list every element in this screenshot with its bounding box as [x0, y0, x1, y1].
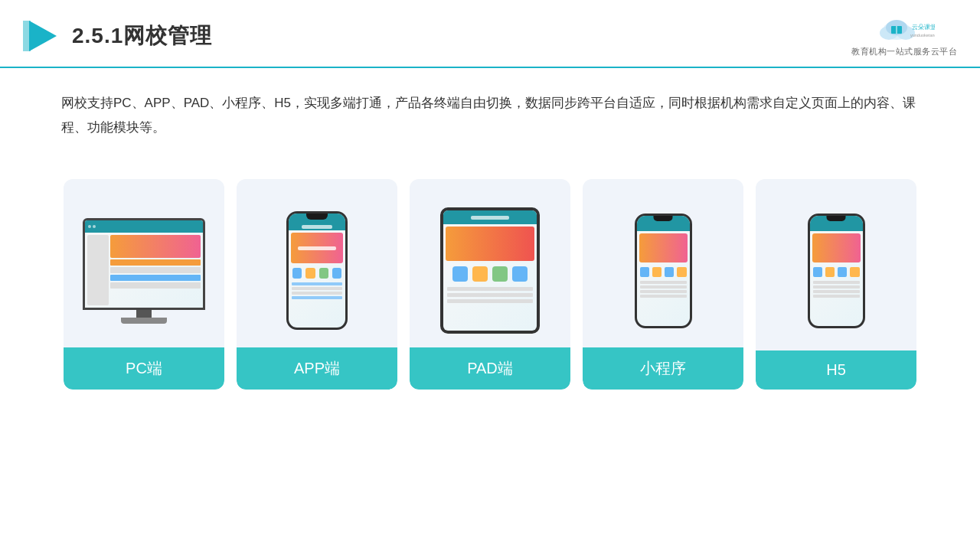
svg-marker-1 — [23, 21, 31, 51]
card-mini: 小程序 — [583, 179, 743, 390]
phone-content-app — [289, 281, 345, 301]
card-label-app: APP端 — [237, 347, 397, 390]
pc-content-rows — [110, 259, 201, 305]
phone-screen-app — [289, 214, 345, 328]
brand-logo-icon: 云朵课堂 yunduoketang.com — [874, 14, 935, 44]
pc-base — [121, 318, 167, 324]
pc-monitor — [83, 218, 205, 310]
mini-notch — [654, 216, 673, 221]
mini-row-4-h5 — [813, 295, 860, 298]
card-label-pad: PAD端 — [410, 347, 570, 390]
mini-row-1-h5 — [813, 281, 860, 284]
mini-icon-3-h5 — [838, 267, 847, 277]
pc-screen — [85, 220, 203, 308]
card-pc: PC端 — [64, 179, 224, 390]
mini-screen — [637, 216, 690, 326]
page-header: 2.5.1网校管理 云朵课堂 yunduoketang.com 教育机构一站式服… — [0, 0, 980, 68]
phone-device-h5 — [808, 214, 865, 328]
phone-notch-app — [306, 214, 328, 220]
mini-row-4 — [640, 295, 687, 298]
mini-icon-4-h5 — [850, 267, 859, 277]
mini-screen-h5 — [810, 216, 863, 326]
pc-row-2 — [110, 267, 201, 273]
mini-rows — [637, 279, 690, 299]
tablet-rows — [443, 285, 537, 305]
mini-row-3-h5 — [813, 290, 860, 293]
tablet-screen — [443, 210, 537, 331]
mini-phone-body-h5 — [808, 214, 865, 328]
card-label-pc: PC端 — [64, 347, 224, 390]
pc-dot-2 — [93, 225, 96, 228]
phone-banner-text-app — [298, 246, 336, 250]
app-device-area — [237, 194, 397, 347]
pad-device-area — [410, 194, 570, 347]
cards-container: PC端 — [0, 164, 980, 390]
card-label-h5: H5 — [756, 350, 916, 390]
pc-screen-body — [85, 233, 203, 308]
svg-marker-0 — [29, 21, 57, 51]
tablet-icon-4 — [512, 266, 528, 282]
mini-phone-body — [635, 214, 692, 328]
mini-icon-4 — [677, 267, 686, 277]
header-left: 2.5.1网校管理 — [23, 18, 212, 54]
svg-text:云朵课堂: 云朵课堂 — [912, 24, 935, 31]
pc-main-content — [110, 235, 201, 305]
tablet-body — [440, 207, 540, 334]
phone-content-row-1-app — [292, 282, 342, 285]
phone-title-bar-app — [302, 225, 332, 229]
phone-banner-app — [291, 233, 343, 263]
logo-area: 云朵课堂 yunduoketang.com 教育机构一站式服务云平台 — [851, 14, 957, 57]
tablet-row-3 — [447, 299, 533, 303]
mini-banner — [639, 233, 688, 262]
mini-notch-h5 — [827, 216, 846, 221]
mini-row-1 — [640, 281, 687, 284]
pc-row-4 — [110, 282, 201, 289]
phone-content-row-4-app — [292, 296, 342, 299]
tablet-header-title — [471, 216, 509, 220]
tablet-header — [443, 210, 537, 224]
pc-row-1 — [110, 259, 201, 266]
phone-content-row-2-app — [292, 287, 342, 290]
h5-device-area — [756, 194, 916, 347]
logo-subtitle: 教育机构一站式服务云平台 — [851, 46, 957, 57]
pc-device — [83, 218, 205, 324]
mini-row-3 — [640, 290, 687, 293]
tablet-icon-1 — [452, 266, 468, 282]
pc-device-area — [64, 194, 224, 347]
phone-icon-1-app — [292, 268, 302, 279]
tablet-device — [440, 207, 540, 334]
phone-device-app — [286, 211, 348, 330]
mini-rows-h5 — [810, 279, 863, 299]
mini-icon-3 — [665, 267, 674, 277]
pc-row-3 — [110, 275, 201, 281]
mini-icon-2 — [652, 267, 662, 277]
tablet-row-1 — [447, 287, 533, 291]
tablet-row-2 — [447, 293, 533, 297]
tablet-icon-2 — [472, 266, 488, 282]
card-h5: H5 — [756, 179, 916, 390]
mini-row-2-h5 — [813, 285, 860, 289]
phone-icon-3-app — [319, 268, 328, 279]
svg-text:yunduoketang.com: yunduoketang.com — [910, 33, 935, 37]
page-title: 2.5.1网校管理 — [72, 21, 212, 51]
pc-dot-1 — [88, 225, 91, 228]
phone-icon-4-app — [332, 268, 341, 279]
mini-device-area — [583, 194, 743, 347]
card-app: APP端 — [237, 179, 397, 390]
description-text: 网校支持PC、APP、PAD、小程序、H5，实现多端打通，产品各终端自由切换，数… — [0, 68, 980, 156]
tablet-banner — [446, 227, 534, 261]
tablet-icons — [443, 263, 537, 285]
pc-screen-header — [85, 220, 203, 233]
pc-sidebar — [87, 235, 109, 305]
mini-icon-1-h5 — [813, 267, 822, 277]
phone-icon-2-app — [305, 268, 315, 279]
mini-icon-2-h5 — [825, 267, 835, 277]
pc-banner — [110, 235, 201, 258]
mini-icon-1 — [640, 267, 649, 277]
phone-body-app — [286, 211, 348, 330]
tablet-icon-3 — [492, 266, 508, 282]
phone-device-mini — [635, 214, 692, 328]
description-content: 网校支持PC、APP、PAD、小程序、H5，实现多端打通，产品各终端自由切换，数… — [61, 96, 916, 135]
mini-icons — [637, 265, 690, 279]
mini-icons-h5 — [810, 265, 863, 279]
